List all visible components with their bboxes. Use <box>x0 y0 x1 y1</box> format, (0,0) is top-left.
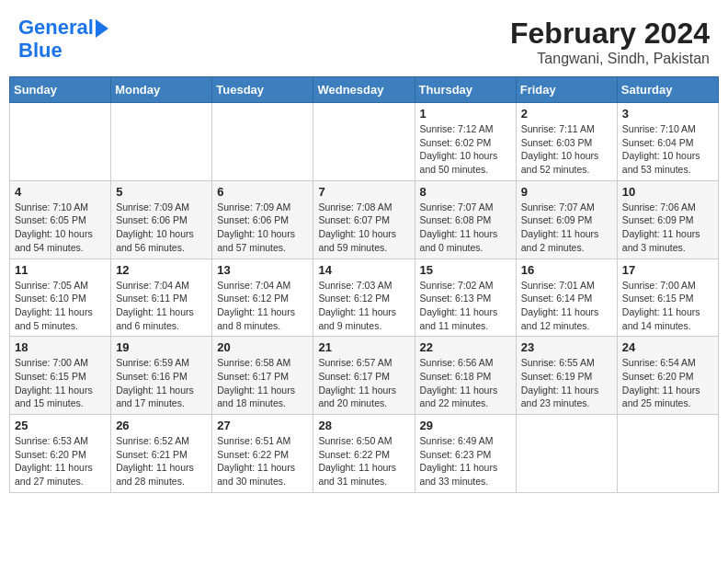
calendar-cell: 5Sunrise: 7:09 AMSunset: 6:06 PMDaylight… <box>111 180 212 259</box>
day-number: 20 <box>217 340 308 354</box>
calendar-week-row: 4Sunrise: 7:10 AMSunset: 6:05 PMDaylight… <box>10 180 719 259</box>
day-info: Sunrise: 6:49 AMSunset: 6:23 PMDaylight:… <box>420 434 511 488</box>
calendar-day-header: Thursday <box>415 77 516 103</box>
calendar-week-row: 11Sunrise: 7:05 AMSunset: 6:10 PMDayligh… <box>10 259 719 337</box>
day-info: Sunrise: 7:04 AMSunset: 6:12 PMDaylight:… <box>217 279 308 333</box>
page-header: General Blue February 2024 Tangwani, Sin… <box>9 9 719 71</box>
calendar-cell: 2Sunrise: 7:11 AMSunset: 6:03 PMDaylight… <box>516 103 617 181</box>
page-title: February 2024 <box>510 17 710 51</box>
calendar-day-header: Tuesday <box>212 77 313 103</box>
calendar-cell: 6Sunrise: 7:09 AMSunset: 6:06 PMDaylight… <box>212 180 313 259</box>
logo-arrow-icon <box>96 19 108 38</box>
calendar-cell: 1Sunrise: 7:12 AMSunset: 6:02 PMDaylight… <box>415 103 516 181</box>
day-number: 13 <box>217 263 308 277</box>
calendar-cell: 9Sunrise: 7:07 AMSunset: 6:09 PMDaylight… <box>516 180 617 259</box>
day-number: 5 <box>116 185 207 199</box>
day-number: 9 <box>521 185 612 199</box>
calendar-cell: 28Sunrise: 6:50 AMSunset: 6:22 PMDayligh… <box>313 415 415 493</box>
day-info: Sunrise: 7:00 AMSunset: 6:15 PMDaylight:… <box>15 356 106 410</box>
day-number: 7 <box>318 185 409 199</box>
calendar-cell <box>212 103 313 181</box>
calendar-day-header: Monday <box>111 77 212 103</box>
day-info: Sunrise: 7:07 AMSunset: 6:09 PMDaylight:… <box>521 201 612 255</box>
calendar-day-header: Saturday <box>617 77 718 103</box>
day-number: 27 <box>217 419 308 432</box>
day-number: 15 <box>420 263 511 277</box>
day-info: Sunrise: 6:53 AMSunset: 6:20 PMDaylight:… <box>15 434 106 488</box>
day-number: 18 <box>15 340 106 354</box>
calendar-cell: 19Sunrise: 6:59 AMSunset: 6:16 PMDayligh… <box>111 337 212 415</box>
logo: General Blue <box>18 17 108 63</box>
day-info: Sunrise: 7:08 AMSunset: 6:07 PMDaylight:… <box>318 201 409 255</box>
calendar-cell: 13Sunrise: 7:04 AMSunset: 6:12 PMDayligh… <box>212 259 313 337</box>
day-info: Sunrise: 6:50 AMSunset: 6:22 PMDaylight:… <box>318 434 409 488</box>
day-info: Sunrise: 6:58 AMSunset: 6:17 PMDaylight:… <box>217 356 308 410</box>
day-number: 1 <box>420 107 511 121</box>
calendar-cell: 17Sunrise: 7:00 AMSunset: 6:15 PMDayligh… <box>617 259 718 337</box>
calendar-cell: 21Sunrise: 6:57 AMSunset: 6:17 PMDayligh… <box>313 337 415 415</box>
calendar-cell: 8Sunrise: 7:07 AMSunset: 6:08 PMDaylight… <box>415 180 516 259</box>
calendar-cell: 25Sunrise: 6:53 AMSunset: 6:20 PMDayligh… <box>10 415 111 493</box>
day-number: 14 <box>318 263 409 277</box>
calendar-day-header: Friday <box>516 77 617 103</box>
calendar-week-row: 25Sunrise: 6:53 AMSunset: 6:20 PMDayligh… <box>10 415 719 493</box>
day-number: 23 <box>521 340 612 354</box>
day-number: 8 <box>420 185 511 199</box>
calendar-body: 1Sunrise: 7:12 AMSunset: 6:02 PMDaylight… <box>10 103 719 493</box>
day-info: Sunrise: 6:56 AMSunset: 6:18 PMDaylight:… <box>420 356 511 410</box>
day-info: Sunrise: 6:52 AMSunset: 6:21 PMDaylight:… <box>116 434 207 488</box>
day-info: Sunrise: 7:03 AMSunset: 6:12 PMDaylight:… <box>318 279 409 333</box>
calendar-cell: 26Sunrise: 6:52 AMSunset: 6:21 PMDayligh… <box>111 415 212 493</box>
day-info: Sunrise: 7:09 AMSunset: 6:06 PMDaylight:… <box>116 201 207 255</box>
calendar-cell: 23Sunrise: 6:55 AMSunset: 6:19 PMDayligh… <box>516 337 617 415</box>
day-number: 22 <box>420 340 511 354</box>
day-number: 26 <box>116 419 207 432</box>
day-info: Sunrise: 7:11 AMSunset: 6:03 PMDaylight:… <box>521 122 612 177</box>
day-info: Sunrise: 7:07 AMSunset: 6:08 PMDaylight:… <box>420 201 511 255</box>
day-number: 12 <box>116 263 207 277</box>
calendar-cell: 11Sunrise: 7:05 AMSunset: 6:10 PMDayligh… <box>10 259 111 337</box>
day-number: 19 <box>116 340 207 354</box>
calendar-week-row: 1Sunrise: 7:12 AMSunset: 6:02 PMDaylight… <box>10 103 719 181</box>
day-info: Sunrise: 6:59 AMSunset: 6:16 PMDaylight:… <box>116 356 207 410</box>
calendar-cell: 27Sunrise: 6:51 AMSunset: 6:22 PMDayligh… <box>212 415 313 493</box>
calendar-cell <box>516 415 617 493</box>
page-subtitle: Tangwani, Sindh, Pakistan <box>510 51 710 67</box>
day-number: 24 <box>622 340 713 354</box>
day-number: 3 <box>622 107 713 121</box>
logo-text: General <box>18 17 94 39</box>
day-info: Sunrise: 7:10 AMSunset: 6:05 PMDaylight:… <box>15 201 106 255</box>
calendar-cell: 15Sunrise: 7:02 AMSunset: 6:13 PMDayligh… <box>415 259 516 337</box>
day-info: Sunrise: 7:02 AMSunset: 6:13 PMDaylight:… <box>420 279 511 333</box>
day-number: 11 <box>15 263 106 277</box>
day-number: 28 <box>318 419 409 432</box>
calendar-cell: 12Sunrise: 7:04 AMSunset: 6:11 PMDayligh… <box>111 259 212 337</box>
calendar-table: SundayMondayTuesdayWednesdayThursdayFrid… <box>9 76 719 493</box>
day-number: 17 <box>622 263 713 277</box>
calendar-cell: 3Sunrise: 7:10 AMSunset: 6:04 PMDaylight… <box>617 103 718 181</box>
day-info: Sunrise: 7:09 AMSunset: 6:06 PMDaylight:… <box>217 201 308 255</box>
day-number: 16 <box>521 263 612 277</box>
calendar-cell <box>617 415 718 493</box>
calendar-cell: 18Sunrise: 7:00 AMSunset: 6:15 PMDayligh… <box>10 337 111 415</box>
day-info: Sunrise: 7:10 AMSunset: 6:04 PMDaylight:… <box>622 122 713 177</box>
calendar-day-header: Wednesday <box>313 77 415 103</box>
calendar-day-header: Sunday <box>10 77 111 103</box>
day-info: Sunrise: 7:12 AMSunset: 6:02 PMDaylight:… <box>420 122 511 177</box>
day-info: Sunrise: 6:55 AMSunset: 6:19 PMDaylight:… <box>521 356 612 410</box>
day-info: Sunrise: 7:01 AMSunset: 6:14 PMDaylight:… <box>521 279 612 333</box>
header-row: SundayMondayTuesdayWednesdayThursdayFrid… <box>10 77 719 103</box>
calendar-cell: 22Sunrise: 6:56 AMSunset: 6:18 PMDayligh… <box>415 337 516 415</box>
calendar-cell <box>313 103 415 181</box>
calendar-cell: 7Sunrise: 7:08 AMSunset: 6:07 PMDaylight… <box>313 180 415 259</box>
day-number: 2 <box>521 107 612 121</box>
day-info: Sunrise: 6:57 AMSunset: 6:17 PMDaylight:… <box>318 356 409 410</box>
day-number: 21 <box>318 340 409 354</box>
calendar-cell: 20Sunrise: 6:58 AMSunset: 6:17 PMDayligh… <box>212 337 313 415</box>
day-info: Sunrise: 7:00 AMSunset: 6:15 PMDaylight:… <box>622 279 713 333</box>
calendar-week-row: 18Sunrise: 7:00 AMSunset: 6:15 PMDayligh… <box>10 337 719 415</box>
day-info: Sunrise: 6:51 AMSunset: 6:22 PMDaylight:… <box>217 434 308 488</box>
day-number: 4 <box>15 185 106 199</box>
calendar-cell: 10Sunrise: 7:06 AMSunset: 6:09 PMDayligh… <box>617 180 718 259</box>
calendar-cell <box>10 103 111 181</box>
